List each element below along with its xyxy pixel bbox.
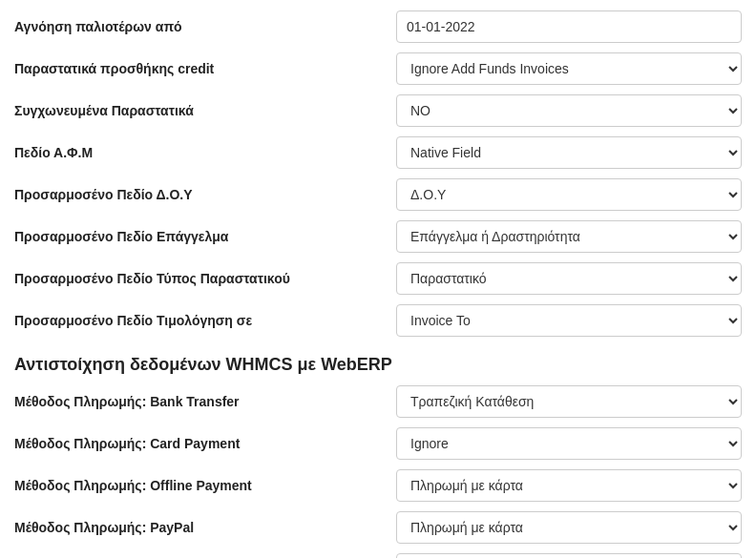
select-afm-field-container: Native Field Custom Field xyxy=(396,136,742,169)
row-ignore-older: Αγνόηση παλιοτέρων από xyxy=(14,10,742,44)
row-paypal-express: Μέθοδος Πληρωμής: PayPal Express Πληρωμή… xyxy=(14,552,742,558)
select-invoice-to-field[interactable]: Invoice To Άλλο xyxy=(396,304,742,337)
label-invoice-to-field: Προσαρμοσένο Πεδίο Τιμολόγηση σε xyxy=(14,313,396,328)
select-paypal-express[interactable]: Πληρωμή με κάρτα Ignore Τραπεζική Κατάθε… xyxy=(396,553,742,558)
row-doy-field: Προσαρμοσένο Πεδίο Δ.Ο.Υ Δ.Ο.Υ Άλλο xyxy=(14,177,742,212)
row-credit-invoices: Παραστατικά προσθήκης credit Ignore Add … xyxy=(14,52,742,86)
select-credit-invoices-container: Ignore Add Funds Invoices Include Add Fu… xyxy=(396,52,742,85)
select-epaggelma-field-container: Επάγγελμα ή Δραστηριότητα Άλλο xyxy=(396,220,742,253)
select-offline-payment[interactable]: Πληρωμή με κάρτα Ignore Τραπεζική Κατάθε… xyxy=(396,469,742,502)
date-input[interactable] xyxy=(396,10,742,43)
select-bank-transfer-container: Τραπεζική Κατάθεση Ignore Πληρωμή με κάρ… xyxy=(396,385,742,418)
label-credit-invoices: Παραστατικά προσθήκης credit xyxy=(14,61,396,76)
row-afm-field: Πεδίο Α.Φ.Μ Native Field Custom Field xyxy=(14,135,742,170)
select-invoice-to-field-container: Invoice To Άλλο xyxy=(396,304,742,337)
select-invoice-type-field[interactable]: Παραστατικό Άλλο xyxy=(396,262,742,295)
row-paypal: Μέθοδος Πληρωμής: PayPal Πληρωμή με κάρτ… xyxy=(14,510,742,545)
label-bank-transfer: Μέθοδος Πληρωμής: Bank Transfer xyxy=(14,394,396,409)
select-afm-field[interactable]: Native Field Custom Field xyxy=(396,136,742,169)
select-offline-payment-container: Πληρωμή με κάρτα Ignore Τραπεζική Κατάθε… xyxy=(396,469,742,502)
label-doy-field: Προσαρμοσένο Πεδίο Δ.Ο.Υ xyxy=(14,187,396,202)
label-merged-invoices: Συγχωνευμένα Παραστατικά xyxy=(14,103,396,118)
select-paypal-container: Πληρωμή με κάρτα Ignore Τραπεζική Κατάθε… xyxy=(396,511,742,544)
select-merged-invoices[interactable]: NO YES xyxy=(396,94,742,127)
row-card-payment: Μέθοδος Πληρωμής: Card Payment Ignore Τρ… xyxy=(14,426,742,461)
label-offline-payment: Μέθοδος Πληρωμής: Offline Payment xyxy=(14,478,396,493)
select-credit-invoices[interactable]: Ignore Add Funds Invoices Include Add Fu… xyxy=(396,52,742,85)
date-input-container xyxy=(396,10,742,43)
row-invoice-to-field: Προσαρμοσένο Πεδίο Τιμολόγηση σε Invoice… xyxy=(14,303,742,338)
select-paypal-express-container: Πληρωμή με κάρτα Ignore Τραπεζική Κατάθε… xyxy=(396,553,742,558)
row-offline-payment: Μέθοδος Πληρωμής: Offline Payment Πληρωμ… xyxy=(14,468,742,503)
row-merged-invoices: Συγχωνευμένα Παραστατικά NO YES xyxy=(14,93,742,128)
select-doy-field[interactable]: Δ.Ο.Υ Άλλο xyxy=(396,178,742,211)
row-epaggelma-field: Προσαρμοσένο Πεδίο Επάγγελμα Επάγγελμα ή… xyxy=(14,219,742,254)
select-card-payment[interactable]: Ignore Τραπεζική Κατάθεση Πληρωμή με κάρ… xyxy=(396,427,742,460)
select-bank-transfer[interactable]: Τραπεζική Κατάθεση Ignore Πληρωμή με κάρ… xyxy=(396,385,742,418)
select-epaggelma-field[interactable]: Επάγγελμα ή Δραστηριότητα Άλλο xyxy=(396,220,742,253)
select-paypal[interactable]: Πληρωμή με κάρτα Ignore Τραπεζική Κατάθε… xyxy=(396,511,742,544)
label-invoice-type-field: Προσαρμοσένο Πεδίο Τύπος Παραστατικού xyxy=(14,271,396,286)
select-invoice-type-field-container: Παραστατικό Άλλο xyxy=(396,262,742,295)
label-card-payment: Μέθοδος Πληρωμής: Card Payment xyxy=(14,436,396,451)
select-merged-invoices-container: NO YES xyxy=(396,94,742,127)
select-card-payment-container: Ignore Τραπεζική Κατάθεση Πληρωμή με κάρ… xyxy=(396,427,742,460)
select-doy-field-container: Δ.Ο.Υ Άλλο xyxy=(396,178,742,211)
label-afm-field: Πεδίο Α.Φ.Μ xyxy=(14,145,396,160)
section-whmcs-weberp-title: Αντιστοίχηση δεδομένων WHMCS με WebERP xyxy=(14,355,742,375)
row-invoice-type-field: Προσαρμοσένο Πεδίο Τύπος Παραστατικού Πα… xyxy=(14,261,742,296)
label-ignore-older: Αγνόηση παλιοτέρων από xyxy=(14,19,396,34)
label-paypal: Μέθοδος Πληρωμής: PayPal xyxy=(14,520,396,535)
row-bank-transfer: Μέθοδος Πληρωμής: Bank Transfer Τραπεζικ… xyxy=(14,384,742,419)
label-epaggelma-field: Προσαρμοσένο Πεδίο Επάγγελμα xyxy=(14,229,396,244)
